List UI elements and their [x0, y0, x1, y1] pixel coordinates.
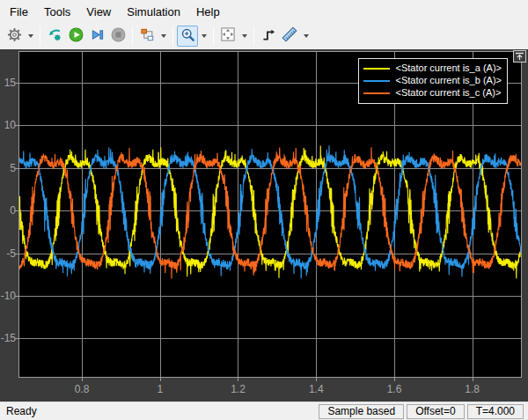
- y-tick-label: 15: [0, 77, 16, 89]
- dock-button[interactable]: [513, 50, 526, 63]
- magnifier-icon: [180, 27, 195, 46]
- run-button[interactable]: [65, 26, 86, 47]
- signal-selector-dropdown[interactable]: [158, 26, 169, 47]
- y-tick-mark: [15, 83, 18, 84]
- x-tick-label: 1: [143, 383, 178, 395]
- x-tick-label: 1.6: [377, 383, 412, 395]
- x-tick-mark: [394, 378, 395, 381]
- legend-label: <Stator current is_a (A)>: [396, 63, 502, 74]
- x-tick-label: 1.2: [220, 383, 255, 395]
- settings-button[interactable]: [4, 26, 25, 47]
- fit-to-view-dropdown[interactable]: [238, 26, 250, 47]
- stepping-options-button[interactable]: [44, 26, 65, 47]
- status-sample-mode: Sample based: [319, 404, 404, 419]
- legend[interactable]: <Stator current is_a (A)><Stator current…: [358, 58, 508, 104]
- x-tick-mark: [160, 378, 161, 381]
- scope-display-panel: <Stator current is_a (A)><Stator current…: [0, 49, 528, 402]
- legend-entry: <Stator current is_c (A)>: [363, 87, 502, 99]
- x-tick-mark: [316, 378, 317, 381]
- menu-tools[interactable]: Tools: [36, 2, 78, 22]
- scope-window: File Tools View Simulation Help: [0, 0, 528, 420]
- status-offset: Offset=0: [407, 404, 464, 419]
- legend-label: <Stator current is_b (A)>: [396, 75, 502, 86]
- y-tick-mark: [15, 168, 18, 169]
- chevron-down-icon: [161, 34, 166, 38]
- ruler-icon: [282, 26, 297, 46]
- chevron-down-icon: [242, 34, 247, 38]
- legend-entry: <Stator current is_a (A)>: [363, 63, 502, 74]
- chevron-down-icon: [304, 34, 309, 38]
- y-tick-mark: [15, 296, 18, 297]
- fit-to-view-icon: [220, 26, 236, 46]
- y-tick-mark: [15, 338, 18, 339]
- signal-selector-icon: [140, 27, 155, 46]
- fit-to-view-button[interactable]: [217, 26, 238, 47]
- toolbar: [0, 23, 528, 49]
- cursor-measurements-dropdown[interactable]: [300, 26, 312, 47]
- toolbar-separator: [40, 26, 40, 46]
- x-tick-mark: [82, 378, 83, 381]
- x-tick-label: 0.8: [64, 383, 99, 395]
- settings-dropdown[interactable]: [25, 26, 36, 47]
- step-forward-icon: [90, 27, 105, 46]
- menu-bar: File Tools View Simulation Help: [0, 0, 528, 23]
- zoom-button[interactable]: [177, 26, 198, 47]
- stepping-options-icon: [48, 27, 62, 46]
- signal-selector-button[interactable]: [136, 26, 158, 47]
- legend-line-swatch: [363, 68, 390, 70]
- x-tick-mark: [473, 378, 473, 381]
- menu-view[interactable]: View: [78, 2, 119, 22]
- cursor-measurements-button[interactable]: [279, 26, 300, 47]
- gear-icon: [7, 27, 22, 46]
- y-tick-mark: [15, 210, 18, 211]
- legend-label: <Stator current is_c (A)>: [396, 87, 502, 99]
- menu-file[interactable]: File: [2, 2, 36, 22]
- y-tick-mark: [15, 125, 18, 126]
- y-tick-label: -15: [0, 332, 16, 344]
- x-tick-label: 1.4: [298, 383, 334, 395]
- y-tick-label: -10: [0, 290, 16, 302]
- trigger-icon: [261, 27, 276, 46]
- dock-arrow-icon: [515, 48, 524, 64]
- y-tick-mark: [15, 254, 18, 254]
- toolbar-separator: [213, 26, 214, 46]
- menu-help[interactable]: Help: [188, 2, 228, 22]
- legend-line-swatch: [363, 80, 390, 82]
- status-time: T=4.000: [467, 404, 524, 419]
- chevron-down-icon: [28, 34, 33, 38]
- y-tick-label: -5: [0, 247, 16, 260]
- legend-entry: <Stator current is_b (A)>: [363, 75, 502, 86]
- toolbar-separator: [132, 26, 133, 46]
- play-icon: [69, 27, 84, 46]
- stop-button[interactable]: [107, 26, 128, 47]
- x-tick-mark: [238, 378, 238, 381]
- y-tick-label: 0: [0, 204, 16, 217]
- status-bar: Ready Sample based Offset=0 T=4.000: [0, 402, 528, 420]
- chevron-down-icon: [202, 34, 207, 38]
- status-message: Ready: [2, 405, 319, 417]
- x-tick-label: 1.8: [455, 383, 490, 395]
- y-tick-label: 10: [0, 119, 16, 131]
- zoom-dropdown[interactable]: [198, 26, 209, 47]
- toolbar-separator: [172, 26, 173, 46]
- legend-line-swatch: [363, 92, 390, 94]
- y-tick-label: 5: [0, 162, 16, 174]
- toolbar-separator: [253, 26, 254, 46]
- stop-icon: [111, 27, 126, 46]
- step-forward-button[interactable]: [86, 26, 107, 47]
- plot-area[interactable]: <Stator current is_a (A)><Stator current…: [18, 51, 522, 378]
- menu-simulation[interactable]: Simulation: [119, 2, 188, 22]
- trigger-button[interactable]: [258, 26, 279, 47]
